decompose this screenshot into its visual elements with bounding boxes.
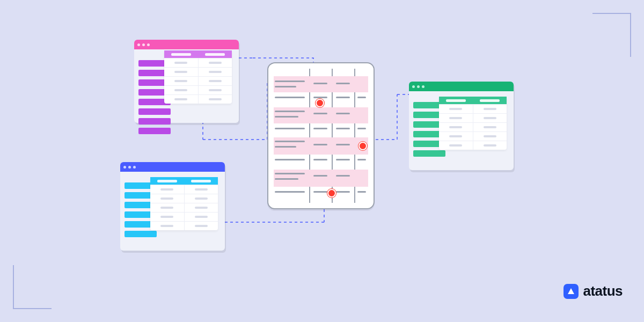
report-window-blue xyxy=(120,162,225,251)
window-dot-icon xyxy=(123,166,126,169)
window-titlebar xyxy=(134,40,239,49)
window-dot-icon xyxy=(133,166,136,169)
brand-name: atatus xyxy=(583,283,623,299)
window-dot-icon xyxy=(417,85,420,88)
issue-marker xyxy=(327,189,336,197)
window-dot-icon xyxy=(142,43,145,46)
issue-marker xyxy=(316,99,324,107)
report-window-green xyxy=(409,82,514,170)
window-titlebar xyxy=(409,82,514,91)
window-dot-icon xyxy=(128,166,131,169)
window-dot-icon xyxy=(137,43,140,46)
issue-marker xyxy=(358,142,367,150)
brand-logo: atatus xyxy=(564,283,623,299)
window-dot-icon xyxy=(412,85,415,88)
diagram-stage xyxy=(0,0,644,322)
source-document xyxy=(267,62,375,209)
window-dot-icon xyxy=(422,85,425,88)
window-titlebar xyxy=(120,162,225,172)
report-window-pink xyxy=(134,40,239,123)
brand-mark-icon xyxy=(564,284,579,299)
window-dot-icon xyxy=(147,43,150,46)
